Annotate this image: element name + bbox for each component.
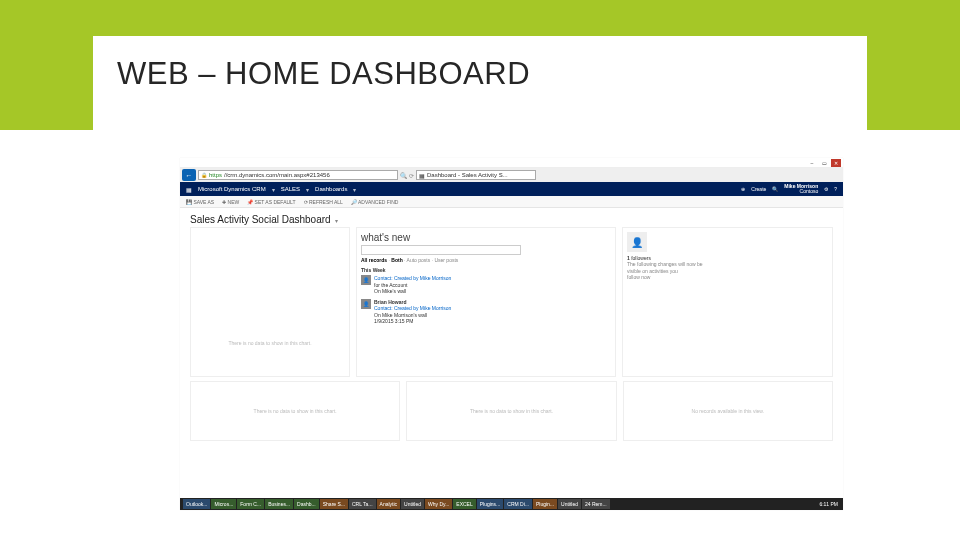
post-input[interactable] [361, 245, 521, 255]
taskbar-item[interactable]: 24 Rem... [582, 499, 610, 509]
taskbar-item[interactable]: Outlook... [183, 499, 210, 509]
contact-icon: 👤 [361, 275, 371, 285]
post-line: for the Account [374, 282, 407, 288]
pin-icon: 📌 [247, 199, 253, 205]
cmd-save-as[interactable]: 💾 SAVE AS [186, 199, 214, 205]
window-title-bar: – ▭ ✕ [180, 158, 843, 168]
taskbar-item[interactable]: EXCEL [453, 499, 475, 509]
nav-help-icon[interactable]: ? [834, 186, 837, 192]
cmd-refresh-all[interactable]: ⟳ REFRESH ALL [304, 199, 343, 205]
nav-search-icon[interactable]: 🔍 [772, 186, 778, 192]
post-timestamp: 1/9/2015 3:15 PM [374, 318, 413, 324]
filter-user[interactable]: User posts [434, 257, 458, 263]
app-brand[interactable]: Microsoft Dynamics CRM [198, 186, 266, 192]
lock-icon: 🔒 [201, 172, 207, 178]
nav-caret-icon[interactable]: ▾ [353, 186, 356, 193]
taskbar-item[interactable]: Dashb... [294, 499, 319, 509]
feed-section-header: This Week [361, 267, 611, 273]
feed-post[interactable]: 👤 Brian Howard Contact: Created by Mike … [361, 299, 611, 325]
chevron-down-icon[interactable]: ▾ [335, 218, 338, 224]
nav-caret-icon[interactable]: ▾ [272, 186, 275, 193]
taskbar-item[interactable]: Untitled [401, 499, 424, 509]
nav-area[interactable]: SALES [281, 186, 300, 192]
app-global-nav: ▦ Microsoft Dynamics CRM ▾ SALES ▾ Dashb… [180, 182, 843, 196]
nav-page[interactable]: Dashboards [315, 186, 347, 192]
taskbar-item[interactable]: Busines... [265, 499, 293, 509]
feed-post[interactable]: 👤 Contact: Created by Mike Morrison for … [361, 275, 611, 295]
taskbar-item[interactable]: CRL Ta... [349, 499, 376, 509]
taskbar-item[interactable]: Share S... [320, 499, 348, 509]
taskbar-item[interactable]: CRM Di... [504, 499, 532, 509]
post-link[interactable]: Contact: Created by Mike Morrison [374, 305, 451, 311]
dashboard-body: There is no data to show in this chart. … [180, 227, 843, 377]
nav-caret-icon[interactable]: ▾ [306, 186, 309, 193]
post-line: On Mike Morrison's wall [374, 312, 427, 318]
taskbar-clock[interactable]: 6:11 PM [819, 501, 840, 507]
dashboard-row-2: There is no data to show in this chart. … [180, 377, 843, 445]
nav-create-label[interactable]: Create [751, 186, 766, 192]
window-minimize-button[interactable]: – [807, 159, 817, 167]
search-icon[interactable]: 🔍 [400, 172, 407, 179]
post-line: On Mike's wall [374, 288, 406, 294]
nav-user-org: Contoso [784, 189, 818, 194]
app-window: – ▭ ✕ ← 🔒 https //crm.dynamics.com/main.… [180, 158, 843, 510]
taskbar-item[interactable]: Micros... [211, 499, 236, 509]
avatar: 👤 [627, 232, 647, 252]
browser-tab[interactable]: ▦ Dashboard - Sales Activity S... [416, 170, 536, 180]
taskbar-item[interactable]: Untitled [558, 499, 581, 509]
window-close-button[interactable]: ✕ [831, 159, 841, 167]
save-icon: 💾 [186, 199, 192, 205]
filter-both[interactable]: Both [391, 257, 402, 263]
address-bar[interactable]: 🔒 https //crm.dynamics.com/main.aspx#213… [198, 170, 398, 180]
refresh-icon: ⟳ [304, 199, 308, 205]
browser-toolbar: ← 🔒 https //crm.dynamics.com/main.aspx#2… [180, 168, 843, 182]
command-bar: 💾 SAVE AS ✚ NEW 📌 SET AS DEFAULT ⟳ REFRE… [180, 196, 843, 208]
chart-panel-left: There is no data to show in this chart. [190, 227, 350, 377]
taskbar-item[interactable]: Form C... [237, 499, 264, 509]
empty-chart-message: There is no data to show in this chart. [407, 408, 615, 414]
slide-title-band: WEB – HOME DASHBOARD [0, 0, 960, 130]
taskbar-item[interactable]: Plugins... [477, 499, 504, 509]
cmd-set-default[interactable]: 📌 SET AS DEFAULT [247, 199, 295, 205]
whats-new-title: what's new [361, 232, 611, 243]
post-title: Brian Howard [374, 299, 407, 305]
new-icon: ✚ [222, 199, 226, 205]
nav-settings-icon[interactable]: ⚙ [824, 186, 828, 192]
empty-chart-message: There is no data to show in this chart. [191, 408, 399, 414]
dashboard-title-text: Sales Activity Social Dashboard [190, 214, 331, 225]
follow-info: The following changes will now be visibl… [627, 261, 828, 281]
cmd-new[interactable]: ✚ NEW [222, 199, 239, 205]
url-text: //crm.dynamics.com/main.aspx#213456 [224, 172, 330, 178]
contact-icon: 👤 [361, 299, 371, 309]
post-link[interactable]: Contact: Created by Mike Morrison [374, 275, 451, 281]
slide-title-box: WEB – HOME DASHBOARD [93, 36, 867, 130]
window-maximize-button[interactable]: ▭ [819, 159, 829, 167]
tab-favicon: ▦ [419, 172, 425, 179]
refresh-icon[interactable]: ⟳ [409, 172, 414, 179]
cmd-advanced-find[interactable]: 🔎 ADVANCED FIND [351, 199, 399, 205]
url-scheme: https [209, 172, 222, 178]
list-panel: No records available in this view. [623, 381, 833, 441]
filter-all[interactable]: All records [361, 257, 387, 263]
slide-title: WEB – HOME DASHBOARD [117, 56, 843, 92]
activity-feed-panel: what's new All records · Both · Auto pos… [356, 227, 616, 377]
tab-title: Dashboard - Sales Activity S... [427, 172, 508, 178]
empty-chart-message: There is no data to show in this chart. [191, 340, 349, 346]
app-logo-icon[interactable]: ▦ [186, 186, 192, 193]
dashboard-title[interactable]: Sales Activity Social Dashboard ▾ [180, 208, 843, 227]
chart-panel: There is no data to show in this chart. [190, 381, 400, 441]
taskbar-item[interactable]: Why Dy... [425, 499, 452, 509]
filter-auto[interactable]: Auto posts [407, 257, 431, 263]
taskbar-item[interactable]: Plugin... [533, 499, 557, 509]
browser-back-button[interactable]: ← [182, 169, 196, 181]
taskbar-item[interactable]: Analytic [377, 499, 401, 509]
nav-create-icon[interactable]: ⊕ [741, 186, 745, 192]
feed-filters: All records · Both · Auto posts · User p… [361, 257, 611, 263]
followers-panel: 👤 1 followers The following changes will… [622, 227, 833, 377]
empty-list-message: No records available in this view. [624, 408, 832, 414]
windows-taskbar: Outlook... Micros... Form C... Busines..… [180, 498, 843, 510]
find-icon: 🔎 [351, 199, 357, 205]
chart-panel: There is no data to show in this chart. [406, 381, 616, 441]
